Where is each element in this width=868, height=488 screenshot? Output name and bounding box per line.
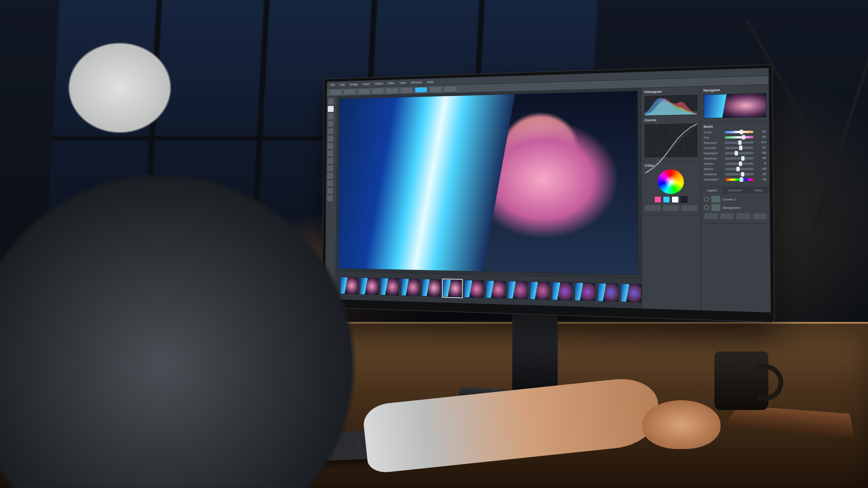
slider-tint[interactable]: Tint32 xyxy=(704,135,766,140)
curves-title: Curves xyxy=(645,118,697,122)
panel-column-outer: Navigator Basic Temp18Tint32Exposure0.3C… xyxy=(700,85,771,312)
layer-1[interactable]: Background xyxy=(704,204,767,211)
slider-label-contrast: Contrast xyxy=(704,146,723,150)
coffee-mug xyxy=(714,351,768,410)
thumbnail-8[interactable] xyxy=(508,281,528,300)
thumbnail-13[interactable] xyxy=(620,284,642,303)
thumbnail-9[interactable] xyxy=(530,281,550,300)
slider-shadows[interactable]: Shadows25 xyxy=(704,157,766,161)
svg-line-6 xyxy=(684,124,685,173)
layer-visibility-icon[interactable] xyxy=(704,197,709,202)
slider-whites[interactable]: Whites8 xyxy=(704,162,766,165)
layers-list[interactable]: Curves 1Background xyxy=(704,196,767,211)
slider-value-exposure: 0.3 xyxy=(756,141,766,144)
slider-value-whites: 8 xyxy=(756,162,766,165)
slider-value-saturation: 14 xyxy=(756,178,766,181)
slider-track-saturation[interactable] xyxy=(725,178,754,181)
thumbnail-10[interactable] xyxy=(552,282,572,301)
navigator-title: Navigator xyxy=(704,87,766,93)
menu-view[interactable]: View xyxy=(400,81,407,85)
slider-saturation[interactable]: Saturation14 xyxy=(704,178,766,182)
navigator-preview[interactable] xyxy=(704,93,767,119)
thumbnail-4[interactable] xyxy=(422,279,441,297)
swatch-2[interactable] xyxy=(672,196,679,203)
layer-name: Background xyxy=(723,206,741,209)
swatch-0[interactable] xyxy=(654,196,662,203)
slider-track-contrast[interactable] xyxy=(725,146,754,149)
toolbar-item-8[interactable] xyxy=(445,86,456,92)
slider-highlights[interactable]: Highlights-20 xyxy=(704,151,766,155)
tab-layers[interactable]: Layers xyxy=(701,187,723,194)
slider-track-temp[interactable] xyxy=(725,130,754,133)
panel-column-inner: Histogram Curves Color xyxy=(641,86,701,310)
curves-panel: Curves xyxy=(642,115,701,162)
thumbnail-7[interactable] xyxy=(486,280,506,299)
slider-label-whites: Whites xyxy=(704,162,723,165)
thumbnail-6[interactable] xyxy=(464,280,484,298)
menu-window[interactable]: Window xyxy=(411,81,422,84)
photo-editor-app: FileEditImageLayerSelectFilterViewWindow… xyxy=(325,68,771,312)
layers-panel: Layers Channels Paths Curves 1Background xyxy=(701,187,770,224)
slider-temp[interactable]: Temp18 xyxy=(704,130,766,134)
tone-curve[interactable] xyxy=(645,123,698,158)
thumbnail-3[interactable] xyxy=(401,278,420,296)
swatch-3[interactable] xyxy=(680,196,688,203)
layers-tabs[interactable]: Layers Channels Paths xyxy=(701,187,770,194)
slider-track-exposure[interactable] xyxy=(725,141,754,144)
slider-label-exposure: Exposure xyxy=(704,141,723,145)
workspace: Histogram Curves Color xyxy=(325,85,771,312)
slider-track-tint[interactable] xyxy=(725,136,754,139)
svg-line-3 xyxy=(645,136,697,137)
slider-track-shadows[interactable] xyxy=(725,157,754,160)
slider-label-highlights: Highlights xyxy=(704,151,723,155)
toolbar-item-5[interactable] xyxy=(401,88,413,93)
slider-contrast[interactable]: Contrast12 xyxy=(704,146,766,150)
slider-value-contrast: 12 xyxy=(756,146,766,149)
color-wheel[interactable] xyxy=(658,169,684,194)
histogram-title: Histogram xyxy=(645,89,697,94)
menu-help[interactable]: Help xyxy=(427,80,433,84)
slider-label-shadows: Shadows xyxy=(704,157,723,160)
histogram-chart[interactable] xyxy=(645,95,698,113)
slider-blacks[interactable]: Blacks-10 xyxy=(704,167,766,171)
swatch-row xyxy=(645,196,697,203)
svg-line-0 xyxy=(645,125,645,173)
slider-label-temp: Temp xyxy=(704,130,723,134)
slider-exposure[interactable]: Exposure0.3 xyxy=(704,141,766,145)
layers-footer-buttons[interactable] xyxy=(704,213,767,220)
slider-value-blacks: -10 xyxy=(756,167,766,170)
navigator-panel: Navigator xyxy=(700,85,769,123)
svg-line-1 xyxy=(645,124,697,125)
person-hand xyxy=(642,400,720,449)
tab-paths[interactable]: Paths xyxy=(747,187,770,194)
slider-value-vibrance: 22 xyxy=(756,172,766,176)
svg-line-2 xyxy=(658,125,658,174)
layer-thumb xyxy=(711,204,721,211)
slider-track-vibrance[interactable] xyxy=(725,173,754,176)
slider-vibrance[interactable]: Vibrance22 xyxy=(704,172,766,176)
slider-track-whites[interactable] xyxy=(725,162,754,165)
swatch-1[interactable] xyxy=(663,196,670,203)
layer-thumb xyxy=(711,196,720,203)
slider-label-vibrance: Vibrance xyxy=(704,172,723,176)
histogram-panel: Histogram xyxy=(642,86,700,116)
slider-value-temp: 18 xyxy=(756,130,766,134)
slider-value-highlights: -20 xyxy=(756,151,766,155)
thumbnail-12[interactable] xyxy=(597,283,618,302)
layer-name: Curves 1 xyxy=(723,198,736,201)
slider-track-blacks[interactable] xyxy=(725,168,754,170)
svg-line-7 xyxy=(645,161,697,161)
slider-value-shadows: 25 xyxy=(756,157,766,160)
thumbnail-5[interactable] xyxy=(443,279,462,298)
toolbar-item-6[interactable] xyxy=(415,87,427,93)
tab-channels[interactable]: Channels xyxy=(724,187,746,194)
monitor-stand-neck xyxy=(512,312,558,398)
layer-visibility-icon[interactable] xyxy=(704,205,709,210)
thumbnail-11[interactable] xyxy=(575,282,595,301)
toolbar-item-7[interactable] xyxy=(430,87,441,92)
layer-0[interactable]: Curves 1 xyxy=(704,196,767,203)
color-mode-row[interactable] xyxy=(645,205,697,211)
slider-value-tint: 32 xyxy=(756,135,766,139)
person-silhouette xyxy=(0,0,391,488)
slider-track-highlights[interactable] xyxy=(725,152,754,155)
